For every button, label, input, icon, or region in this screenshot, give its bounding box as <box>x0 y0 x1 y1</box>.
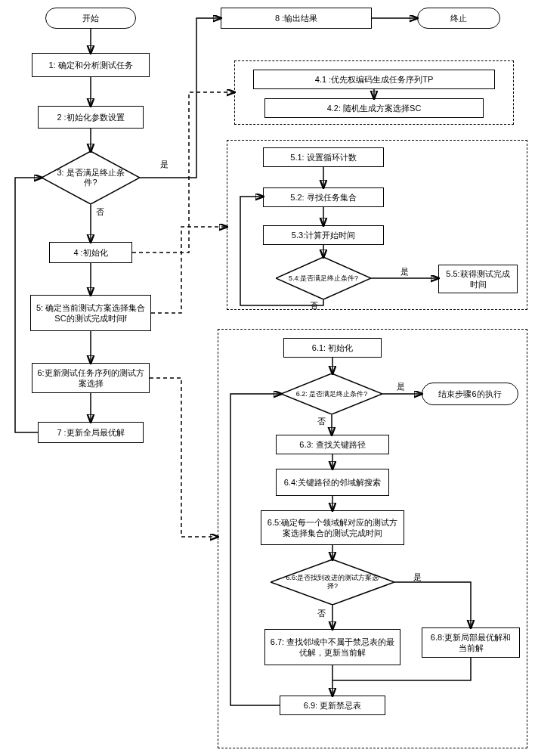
step-5-1-label: 5.1: 设置循环计数 <box>290 152 356 163</box>
label-66-yes: 是 <box>413 572 422 583</box>
label-3-yes: 是 <box>160 159 169 170</box>
step-6-exit-label: 结束步骤6的执行 <box>438 389 501 399</box>
step-2-label: 2 :初始化参数设置 <box>57 112 124 122</box>
step-5-5: 5.5:获得测试完成时间 <box>438 265 518 293</box>
step-6-5: 6.5:确定每一个领域解对应的测试方案选择集合的测试完成时间 <box>261 510 404 545</box>
step-6-exit: 结束步骤6的执行 <box>422 383 518 405</box>
step-4-2: 4.2: 随机生成方案选择SC <box>264 98 484 118</box>
step-5-3-label: 5.3:计算开始时间 <box>292 230 355 240</box>
step-6-8: 6.8:更新局部最优解和当前解 <box>422 627 520 658</box>
step-5-1: 5.1: 设置循环计数 <box>263 147 384 167</box>
step-6-9: 6.9: 更新禁忌表 <box>280 696 385 715</box>
step-1-label: 1: 确定和分析测试任务 <box>48 60 132 70</box>
label-62-yes: 是 <box>397 381 405 392</box>
step-6-9-label: 6.9: 更新禁忌表 <box>304 700 361 711</box>
step-5: 5: 确定当前测试方案选择集合SC的测试完成时间f <box>30 295 151 331</box>
end-terminator: 终止 <box>417 8 500 29</box>
step-6-7: 6.7: 查找邻域中不属于禁忌表的最优解，更新当前解 <box>264 629 400 665</box>
step-6-7-label: 6.7: 查找邻域中不属于禁忌表的最优解，更新当前解 <box>270 637 395 658</box>
step-3-label: 3: 是否满足终止条件? <box>51 168 130 187</box>
step-7: 7 :更新全局最优解 <box>38 422 144 443</box>
step-3-decision: 3: 是否满足终止条件? <box>42 151 140 204</box>
step-6-2-decision: 6.2: 是否满足终止条件? <box>281 373 382 414</box>
step-5-4-label: 5.4:是否满足终止条件? <box>286 274 362 283</box>
step-6-1: 6.1: 初始化 <box>283 338 382 358</box>
step-4: 4 :初始化 <box>49 242 132 263</box>
step-6-4-label: 6.4:关键路径的邻域解搜索 <box>284 477 381 488</box>
step-5-2: 5.2: 寻找任务集合 <box>263 187 384 207</box>
start-label: 开始 <box>82 13 99 23</box>
label-54-no: 否 <box>310 300 318 311</box>
step-6-3: 6.3: 查找关键路径 <box>276 435 389 454</box>
step-2: 2 :初始化参数设置 <box>38 106 144 129</box>
step-4-1: 4.1 :优先权编码生成任务序列TP <box>253 70 495 89</box>
step-6-6-label: 6.6:是否找到改进的测试方案选择? <box>283 574 382 590</box>
step-6-4: 6.4:关键路径的邻域解搜索 <box>276 469 389 496</box>
label-62-no: 否 <box>317 416 326 427</box>
step-5-5-label: 5.5:获得测试完成时间 <box>444 268 512 290</box>
step-4-1-label: 4.1 :优先权编码生成任务序列TP <box>315 74 433 85</box>
step-5-label: 5: 确定当前测试方案选择集合SC的测试完成时间f <box>36 302 146 324</box>
step-6-1-label: 6.1: 初始化 <box>312 342 353 353</box>
step-5-3: 5.3:计算开始时间 <box>263 225 384 245</box>
step-6: 6:更新测试任务序列的测试方案选择 <box>32 363 150 393</box>
step-8-label: 8 :输出结果 <box>275 13 317 23</box>
label-66-no: 否 <box>317 608 326 619</box>
step-6-2-label: 6.2: 是否满足终止条件? <box>291 390 372 398</box>
step-6-8-label: 6.8:更新局部最优解和当前解 <box>427 632 515 654</box>
start-terminator: 开始 <box>45 8 136 29</box>
step-6-3-label: 6.3: 查找关键路径 <box>299 439 365 450</box>
step-6-label: 6:更新测试任务序列的测试方案选择 <box>37 367 144 389</box>
step-5-4-decision: 5.4:是否满足终止条件? <box>276 257 371 299</box>
step-1: 1: 确定和分析测试任务 <box>32 53 150 77</box>
step-5-2-label: 5.2: 寻找任务集合 <box>290 192 356 203</box>
step-8: 8 :输出结果 <box>221 8 372 29</box>
step-7-label: 7 :更新全局最优解 <box>57 427 124 438</box>
step-6-6-decision: 6.6:是否找到改进的测试方案选择? <box>271 559 394 605</box>
step-4-2-label: 4.2: 随机生成方案选择SC <box>327 103 422 113</box>
step-4-label: 4 :初始化 <box>73 247 107 258</box>
label-54-yes: 是 <box>400 266 409 277</box>
end-label: 终止 <box>450 13 467 23</box>
step-6-5-label: 6.5:确定每一个领域解对应的测试方案选择集合的测试完成时间 <box>266 517 399 539</box>
label-3-no: 否 <box>96 206 104 218</box>
